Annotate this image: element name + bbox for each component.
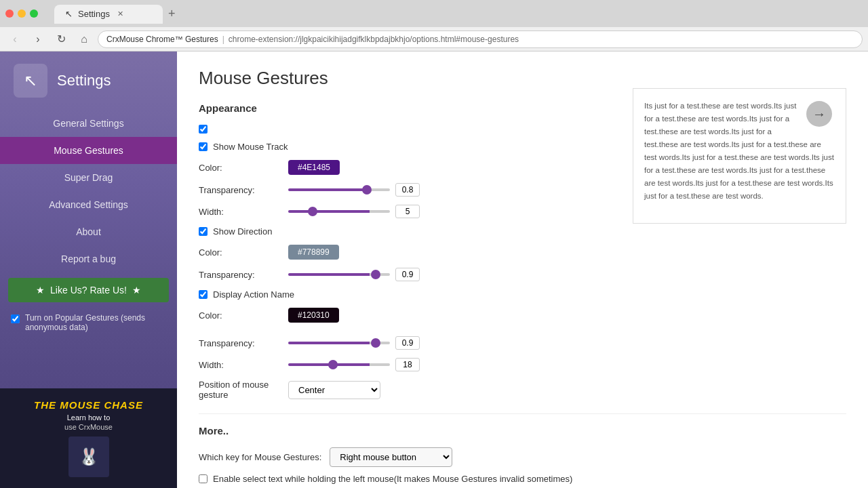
track-width-slider[interactable] bbox=[288, 210, 390, 213]
star-icon-left: ★ bbox=[36, 285, 45, 296]
enable-select-checkbox[interactable] bbox=[199, 474, 208, 483]
show-direction-checkbox[interactable] bbox=[199, 227, 208, 236]
action-color-button[interactable]: #120310 bbox=[288, 308, 339, 323]
show-direction-label: Show Direction bbox=[213, 226, 272, 237]
nav-bar: ‹ › ↻ ⌂ CrxMouse Chrome™ Gestures | chro… bbox=[0, 27, 868, 52]
action-transparency-slider-container bbox=[288, 336, 420, 350]
direction-color-row: Color: #778899 bbox=[199, 245, 578, 260]
action-transparency-label: Transparency: bbox=[199, 338, 280, 348]
direction-color-button[interactable]: #778899 bbox=[288, 245, 339, 260]
address-separator: | bbox=[222, 35, 224, 44]
sidebar-item-about[interactable]: About bbox=[0, 218, 177, 245]
content-inner: Mouse Gestures → Its just for a test.the… bbox=[199, 68, 846, 488]
sidebar-header: ↖ Settings bbox=[0, 52, 177, 110]
maximize-button[interactable] bbox=[30, 9, 38, 18]
action-color-row: Color: #120310 bbox=[199, 308, 578, 323]
site-name: CrxMouse Chrome™ Gestures bbox=[106, 35, 218, 44]
track-width-row: Width: bbox=[199, 205, 578, 218]
appearance-master-checkbox[interactable] bbox=[199, 125, 208, 134]
direction-transparency-row: Transparency: bbox=[199, 268, 578, 281]
main-area: ↖ Settings General Settings Mouse Gestur… bbox=[0, 52, 868, 488]
tab-bar: ↖ Settings ✕ + bbox=[49, 4, 186, 24]
show-mouse-track-row: Show Mouse Track bbox=[199, 142, 578, 152]
sidebar: ↖ Settings General Settings Mouse Gestur… bbox=[0, 52, 177, 488]
minimize-button[interactable] bbox=[18, 9, 26, 18]
position-label: Position of mouse gesture bbox=[199, 380, 280, 400]
cursor-icon: ↖ bbox=[65, 9, 73, 19]
new-tab-button[interactable]: + bbox=[163, 4, 181, 24]
direction-transparency-value[interactable] bbox=[395, 268, 420, 281]
reload-button[interactable]: ↻ bbox=[52, 30, 71, 49]
ad-title: THE MOUSE CHASE bbox=[11, 399, 166, 411]
sidebar-item-general[interactable]: General Settings bbox=[0, 110, 177, 137]
track-color-label: Color: bbox=[199, 163, 280, 173]
track-width-label: Width: bbox=[199, 207, 280, 217]
appearance-title: Appearance bbox=[199, 102, 578, 114]
sidebar-item-report[interactable]: Report a bug bbox=[0, 245, 177, 272]
display-action-label: Display Action Name bbox=[213, 289, 294, 300]
action-width-row: Width: bbox=[199, 358, 578, 371]
track-color-button[interactable]: #4E1485 bbox=[288, 160, 340, 175]
popular-gestures-row: Turn on Popular Gestures (sends anonymou… bbox=[0, 308, 177, 338]
action-color-label: Color: bbox=[199, 310, 280, 321]
rate-us-label: Like Us? Rate Us! bbox=[50, 285, 127, 296]
action-width-slider[interactable] bbox=[288, 363, 390, 366]
position-row: Position of mouse gesture Center Top Lef… bbox=[199, 380, 578, 400]
sidebar-item-advanced[interactable]: Advanced Settings bbox=[0, 191, 177, 218]
sidebar-ad[interactable]: THE MOUSE CHASE Learn how to use CrxMous… bbox=[0, 388, 177, 488]
track-color-row: Color: #4E1485 bbox=[199, 160, 578, 175]
close-button[interactable] bbox=[5, 9, 14, 18]
track-transparency-value[interactable] bbox=[395, 183, 420, 197]
star-icon-right: ★ bbox=[132, 285, 141, 296]
popular-gestures-checkbox[interactable] bbox=[11, 314, 20, 323]
forward-button[interactable]: › bbox=[28, 30, 47, 49]
home-button[interactable]: ⌂ bbox=[75, 30, 94, 49]
more-title: More.. bbox=[199, 425, 846, 436]
tab-close-button[interactable]: ✕ bbox=[115, 9, 126, 20]
page-title: Mouse Gestures bbox=[199, 68, 846, 89]
sidebar-item-mouse-gestures[interactable]: Mouse Gestures bbox=[0, 137, 177, 164]
address-url: chrome-extension://jlgkpaicikihijadgifkl… bbox=[229, 35, 519, 44]
rate-us-button[interactable]: ★ Like Us? Rate Us! ★ bbox=[8, 278, 169, 302]
action-width-slider-container bbox=[288, 358, 420, 371]
action-width-label: Width: bbox=[199, 360, 280, 370]
display-action-row: Display Action Name bbox=[199, 289, 578, 300]
sidebar-item-super-drag[interactable]: Super Drag bbox=[0, 164, 177, 191]
action-width-value[interactable] bbox=[395, 358, 420, 371]
action-transparency-slider[interactable] bbox=[288, 342, 390, 344]
address-bar[interactable]: CrxMouse Chrome™ Gestures | chrome-exten… bbox=[98, 30, 863, 48]
preview-arrow-icon: → bbox=[806, 101, 832, 127]
app-logo: ↖ bbox=[14, 64, 47, 98]
tab-title: Settings bbox=[78, 9, 110, 19]
preview-text: Its just for a test.these are test words… bbox=[644, 102, 834, 200]
ad-subtitle: Learn how to bbox=[11, 413, 166, 422]
ad-image: 🐰 bbox=[68, 436, 109, 477]
direction-transparency-label: Transparency: bbox=[199, 270, 280, 280]
popular-gestures-label: Turn on Popular Gestures (sends anonymou… bbox=[25, 313, 166, 332]
track-width-value[interactable] bbox=[395, 205, 420, 218]
appearance-master-row bbox=[199, 125, 578, 134]
track-width-slider-container bbox=[288, 205, 420, 218]
action-transparency-row: Transparency: bbox=[199, 336, 578, 350]
track-transparency-label: Transparency: bbox=[199, 185, 280, 195]
show-direction-row: Show Direction bbox=[199, 226, 578, 237]
which-key-select[interactable]: Right mouse button Left mouse button Mid… bbox=[330, 447, 452, 467]
show-mouse-track-checkbox[interactable] bbox=[199, 142, 208, 151]
appearance-section: Appearance Show Mouse Track Color: #4E14… bbox=[199, 102, 578, 400]
enable-select-label: Enable select text while holding the lef… bbox=[213, 474, 572, 484]
window-controls bbox=[5, 9, 38, 18]
which-key-label: Which key for Mouse Gestures: bbox=[199, 452, 321, 462]
position-select[interactable]: Center Top Left Top Right Bottom Left Bo… bbox=[288, 381, 380, 399]
title-bar: ↖ Settings ✕ + bbox=[0, 0, 868, 27]
track-transparency-row: Transparency: bbox=[199, 183, 578, 197]
track-transparency-slider[interactable] bbox=[288, 188, 390, 191]
action-transparency-value[interactable] bbox=[395, 336, 420, 350]
enable-select-row: Enable select text while holding the lef… bbox=[199, 474, 846, 484]
sidebar-title: Settings bbox=[57, 72, 111, 89]
direction-color-label: Color: bbox=[199, 247, 280, 258]
direction-transparency-slider[interactable] bbox=[288, 273, 390, 276]
active-tab[interactable]: ↖ Settings ✕ bbox=[54, 5, 163, 24]
display-action-checkbox[interactable] bbox=[199, 290, 208, 299]
back-button[interactable]: ‹ bbox=[5, 30, 24, 49]
direction-transparency-slider-container bbox=[288, 268, 420, 281]
